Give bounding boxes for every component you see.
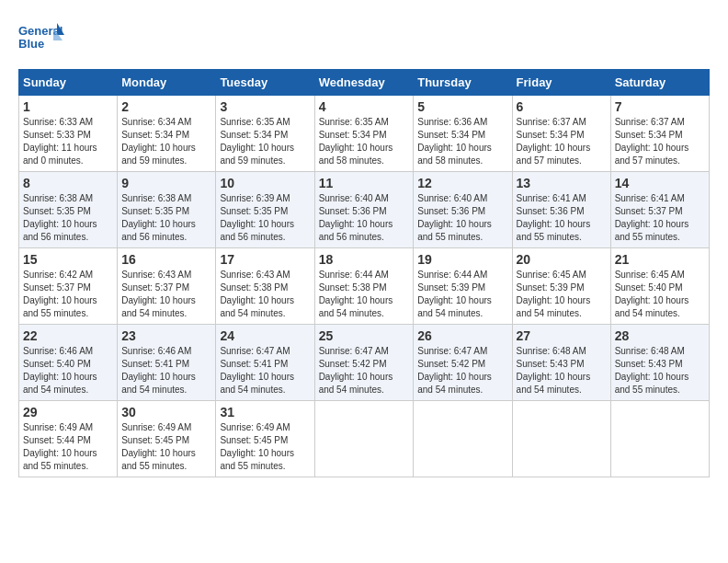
day-number: 23 xyxy=(121,328,211,343)
day-cell-14: 14 Sunrise: 6:41 AMSunset: 5:37 PMDaylig… xyxy=(610,172,709,248)
day-info: Sunrise: 6:41 AMSunset: 5:36 PMDaylight:… xyxy=(517,192,607,244)
day-number: 20 xyxy=(517,252,607,267)
empty-cell xyxy=(414,401,512,477)
day-cell-7: 7 Sunrise: 6:37 AMSunset: 5:34 PMDayligh… xyxy=(610,96,709,172)
day-info: Sunrise: 6:46 AMSunset: 5:41 PMDaylight:… xyxy=(121,345,211,396)
day-cell-6: 6 Sunrise: 6:37 AMSunset: 5:34 PMDayligh… xyxy=(512,96,610,172)
day-number: 18 xyxy=(319,252,410,267)
day-info: Sunrise: 6:49 AMSunset: 5:44 PMDaylight:… xyxy=(23,421,113,473)
day-number: 27 xyxy=(517,328,607,343)
day-cell-11: 11 Sunrise: 6:40 AMSunset: 5:36 PMDaylig… xyxy=(314,172,414,248)
day-info: Sunrise: 6:43 AMSunset: 5:37 PMDaylight:… xyxy=(121,269,211,320)
day-info: Sunrise: 6:39 AMSunset: 5:35 PMDaylight:… xyxy=(220,192,310,244)
day-cell-5: 5 Sunrise: 6:36 AMSunset: 5:34 PMDayligh… xyxy=(414,96,512,172)
day-cell-29: 29 Sunrise: 6:49 AMSunset: 5:44 PMDaylig… xyxy=(19,401,118,477)
day-number: 25 xyxy=(319,328,410,343)
day-cell-19: 19 Sunrise: 6:44 AMSunset: 5:39 PMDaylig… xyxy=(414,248,512,325)
day-info: Sunrise: 6:43 AMSunset: 5:38 PMDaylight:… xyxy=(220,269,310,320)
day-number: 10 xyxy=(220,176,310,190)
day-cell-13: 13 Sunrise: 6:41 AMSunset: 5:36 PMDaylig… xyxy=(512,172,610,248)
day-info: Sunrise: 6:34 AMSunset: 5:34 PMDaylight:… xyxy=(121,116,211,167)
day-number: 29 xyxy=(23,405,113,419)
day-number: 1 xyxy=(23,99,113,114)
day-number: 3 xyxy=(220,99,310,114)
day-number: 12 xyxy=(417,176,507,190)
day-number: 15 xyxy=(23,252,113,267)
day-cell-23: 23 Sunrise: 6:46 AMSunset: 5:41 PMDaylig… xyxy=(118,325,216,401)
day-cell-20: 20 Sunrise: 6:45 AMSunset: 5:39 PMDaylig… xyxy=(512,248,610,325)
day-info: Sunrise: 6:44 AMSunset: 5:38 PMDaylight:… xyxy=(319,269,410,320)
day-number: 16 xyxy=(121,252,211,267)
day-cell-12: 12 Sunrise: 6:40 AMSunset: 5:36 PMDaylig… xyxy=(414,172,512,248)
day-number: 6 xyxy=(517,99,607,114)
calendar-table: Sunday Monday Tuesday Wednesday Thursday… xyxy=(18,69,710,477)
header-monday: Monday xyxy=(118,70,216,96)
day-number: 7 xyxy=(615,99,705,114)
day-number: 2 xyxy=(121,99,211,114)
empty-cell xyxy=(314,401,414,477)
svg-text:Blue: Blue xyxy=(18,37,44,51)
header-sunday: Sunday xyxy=(19,70,118,96)
day-info: Sunrise: 6:35 AMSunset: 5:34 PMDaylight:… xyxy=(220,116,310,167)
day-info: Sunrise: 6:37 AMSunset: 5:34 PMDaylight:… xyxy=(517,116,607,167)
day-cell-18: 18 Sunrise: 6:44 AMSunset: 5:38 PMDaylig… xyxy=(314,248,414,325)
day-cell-31: 31 Sunrise: 6:49 AMSunset: 5:45 PMDaylig… xyxy=(216,401,314,477)
day-cell-2: 2 Sunrise: 6:34 AMSunset: 5:34 PMDayligh… xyxy=(118,96,216,172)
day-info: Sunrise: 6:37 AMSunset: 5:34 PMDaylight:… xyxy=(615,116,705,167)
logo: General Blue xyxy=(18,18,64,60)
day-cell-15: 15 Sunrise: 6:42 AMSunset: 5:37 PMDaylig… xyxy=(19,248,118,325)
day-cell-17: 17 Sunrise: 6:43 AMSunset: 5:38 PMDaylig… xyxy=(216,248,314,325)
header-wednesday: Wednesday xyxy=(314,70,414,96)
day-info: Sunrise: 6:38 AMSunset: 5:35 PMDaylight:… xyxy=(121,192,211,244)
day-number: 9 xyxy=(121,176,211,190)
day-info: Sunrise: 6:40 AMSunset: 5:36 PMDaylight:… xyxy=(417,192,507,244)
day-info: Sunrise: 6:45 AMSunset: 5:40 PMDaylight:… xyxy=(615,269,705,320)
day-cell-21: 21 Sunrise: 6:45 AMSunset: 5:40 PMDaylig… xyxy=(610,248,709,325)
day-number: 22 xyxy=(23,328,113,343)
logo-svg: General Blue xyxy=(18,18,64,60)
day-number: 13 xyxy=(517,176,607,190)
day-info: Sunrise: 6:40 AMSunset: 5:36 PMDaylight:… xyxy=(319,192,410,244)
day-number: 21 xyxy=(615,252,705,267)
calendar-week-1: 1 Sunrise: 6:33 AMSunset: 5:33 PMDayligh… xyxy=(19,96,710,172)
weekday-header-row: Sunday Monday Tuesday Wednesday Thursday… xyxy=(19,70,710,96)
day-number: 19 xyxy=(417,252,507,267)
day-info: Sunrise: 6:47 AMSunset: 5:41 PMDaylight:… xyxy=(220,345,310,396)
empty-cell xyxy=(512,401,610,477)
day-number: 5 xyxy=(417,99,507,114)
day-info: Sunrise: 6:42 AMSunset: 5:37 PMDaylight:… xyxy=(23,269,113,320)
day-number: 4 xyxy=(319,99,410,114)
day-cell-26: 26 Sunrise: 6:47 AMSunset: 5:42 PMDaylig… xyxy=(414,325,512,401)
day-number: 28 xyxy=(615,328,705,343)
day-cell-1: 1 Sunrise: 6:33 AMSunset: 5:33 PMDayligh… xyxy=(19,96,118,172)
day-info: Sunrise: 6:47 AMSunset: 5:42 PMDaylight:… xyxy=(417,345,507,396)
day-cell-25: 25 Sunrise: 6:47 AMSunset: 5:42 PMDaylig… xyxy=(314,325,414,401)
calendar-week-4: 22 Sunrise: 6:46 AMSunset: 5:40 PMDaylig… xyxy=(19,325,710,401)
header-thursday: Thursday xyxy=(414,70,512,96)
day-cell-22: 22 Sunrise: 6:46 AMSunset: 5:40 PMDaylig… xyxy=(19,325,118,401)
day-info: Sunrise: 6:49 AMSunset: 5:45 PMDaylight:… xyxy=(121,421,211,473)
day-info: Sunrise: 6:46 AMSunset: 5:40 PMDaylight:… xyxy=(23,345,113,396)
day-cell-24: 24 Sunrise: 6:47 AMSunset: 5:41 PMDaylig… xyxy=(216,325,314,401)
page-header: General Blue xyxy=(18,18,710,60)
day-number: 11 xyxy=(319,176,410,190)
day-number: 8 xyxy=(23,176,113,190)
day-cell-4: 4 Sunrise: 6:35 AMSunset: 5:34 PMDayligh… xyxy=(314,96,414,172)
header-tuesday: Tuesday xyxy=(216,70,314,96)
day-number: 31 xyxy=(220,405,310,419)
day-info: Sunrise: 6:45 AMSunset: 5:39 PMDaylight:… xyxy=(517,269,607,320)
day-cell-27: 27 Sunrise: 6:48 AMSunset: 5:43 PMDaylig… xyxy=(512,325,610,401)
day-info: Sunrise: 6:35 AMSunset: 5:34 PMDaylight:… xyxy=(319,116,410,167)
calendar-week-2: 8 Sunrise: 6:38 AMSunset: 5:35 PMDayligh… xyxy=(19,172,710,248)
day-info: Sunrise: 6:48 AMSunset: 5:43 PMDaylight:… xyxy=(615,345,705,396)
day-cell-16: 16 Sunrise: 6:43 AMSunset: 5:37 PMDaylig… xyxy=(118,248,216,325)
day-number: 30 xyxy=(121,405,211,419)
header-saturday: Saturday xyxy=(610,70,709,96)
day-cell-10: 10 Sunrise: 6:39 AMSunset: 5:35 PMDaylig… xyxy=(216,172,314,248)
calendar-week-5: 29 Sunrise: 6:49 AMSunset: 5:44 PMDaylig… xyxy=(19,401,710,477)
day-info: Sunrise: 6:49 AMSunset: 5:45 PMDaylight:… xyxy=(220,421,310,473)
day-cell-3: 3 Sunrise: 6:35 AMSunset: 5:34 PMDayligh… xyxy=(216,96,314,172)
day-cell-8: 8 Sunrise: 6:38 AMSunset: 5:35 PMDayligh… xyxy=(19,172,118,248)
header-friday: Friday xyxy=(512,70,610,96)
day-cell-28: 28 Sunrise: 6:48 AMSunset: 5:43 PMDaylig… xyxy=(610,325,709,401)
